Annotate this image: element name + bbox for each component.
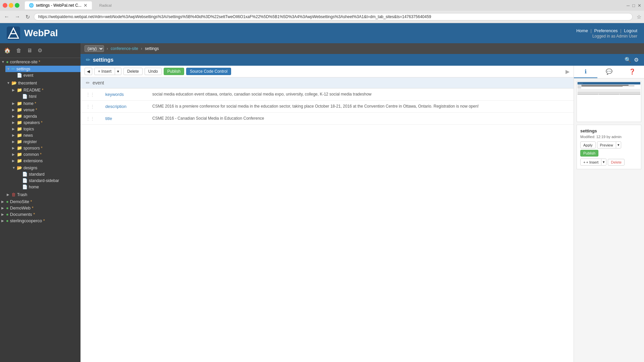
right-apply-btn[interactable]: Apply: [580, 141, 596, 148]
drag-handle-title: ⋮⋮: [80, 113, 100, 125]
webpal-logo-icon: [7, 26, 20, 40]
globe-icon-demoweb: ●: [6, 205, 9, 210]
insert-button[interactable]: + Insert: [95, 68, 115, 75]
tree-label-conference-site: conference-site: [10, 60, 40, 64]
right-preview-dropdown-btn[interactable]: ▾: [616, 142, 621, 148]
tree-label-readme: README: [23, 88, 43, 93]
insert-btn-group: + Insert ▾: [94, 68, 121, 75]
drag-icon-keywords[interactable]: ⋮⋮: [86, 92, 95, 97]
tree-row-designs[interactable]: ▼ 📂 designs: [11, 165, 80, 171]
nav-prev-btn[interactable]: ◀: [85, 68, 92, 75]
tree-row-sponsors[interactable]: ▶ 📁 sponsors: [11, 145, 80, 151]
right-insert-dropdown-btn[interactable]: ▾: [601, 159, 606, 165]
tree-row-extensions[interactable]: ▶ 📁 extensions: [11, 158, 80, 164]
sidebar-home-btn[interactable]: 🏠: [3, 46, 12, 55]
editor-content: ✏ event ⋮⋮ keywords social media educati…: [80, 77, 574, 362]
tree-row-html[interactable]: 📄 html: [16, 93, 80, 100]
tree-row-topics[interactable]: ▶ 📁 topics: [11, 126, 80, 132]
tab-help[interactable]: ❓: [621, 66, 644, 78]
browser-min-btn[interactable]: [9, 3, 13, 8]
drag-icon-title[interactable]: ⋮⋮: [86, 116, 95, 121]
browser-close-btn[interactable]: [3, 3, 7, 8]
back-button[interactable]: ←: [3, 13, 11, 20]
undo-button[interactable]: Undo: [145, 68, 162, 75]
folder-icon-designs: 📂: [17, 165, 22, 170]
tree-row-readme[interactable]: ▶ 📁 README: [11, 87, 80, 93]
tree-label-event: event: [23, 73, 33, 78]
tree-row-conference-site[interactable]: ▼ ● conference-site: [0, 59, 80, 65]
folder-icon-register: 📁: [17, 139, 22, 144]
tree-row-register[interactable]: ▶ 📁 register: [11, 138, 80, 145]
browser-max-btn[interactable]: [15, 3, 19, 8]
folder-icon-venue: 📁: [17, 107, 22, 112]
preferences-link[interactable]: Preferences: [594, 28, 618, 33]
refresh-button[interactable]: ↻: [24, 13, 31, 21]
right-btn-row: + + Insert ▾ Delete: [580, 159, 638, 166]
table-row: ⋮⋮ keywords social media education event…: [80, 88, 574, 101]
tree-row-demoweb[interactable]: ▶ ● DemoWeb: [0, 205, 80, 211]
tree-row-venue[interactable]: ▶ 📁 venue: [11, 107, 80, 113]
tree-label-html: html: [29, 94, 37, 99]
tree-row-standard[interactable]: 📄 standard: [16, 171, 80, 177]
right-delete-btn[interactable]: Delete: [608, 159, 625, 166]
logout-link[interactable]: Logout: [624, 28, 637, 33]
sidebar-monitor-btn[interactable]: 🖥: [25, 46, 34, 55]
win-close-icon[interactable]: ✕: [638, 3, 641, 8]
field-name-description[interactable]: description: [100, 101, 147, 113]
source-code-button[interactable]: Source Code Control: [186, 68, 231, 75]
meta-section: settings Modified: 12:19 by admin Apply …: [577, 125, 641, 169]
field-name-title[interactable]: title: [100, 113, 147, 125]
browser-tab-close-icon[interactable]: ✕: [84, 3, 88, 8]
forward-button[interactable]: →: [13, 13, 21, 20]
header-nav: Home | Preferences | Logout Logged in as…: [576, 28, 637, 39]
right-insert-btn[interactable]: + + Insert: [581, 159, 601, 165]
tree-label-demosite: DemoSite: [10, 199, 32, 204]
browser-tab[interactable]: 🌐 settings - WebPal.net C... ✕: [25, 1, 92, 9]
tab-comments[interactable]: 💬: [597, 66, 621, 78]
breadcrumb-dropdown[interactable]: (any): [85, 45, 104, 52]
right-preview-btn[interactable]: Preview: [597, 142, 616, 148]
nav-forward-btn[interactable]: ▶: [566, 68, 570, 75]
tree-row-event[interactable]: 📄 event: [11, 72, 80, 78]
tree-row-thecontent[interactable]: ▼ 📂 thecontent: [5, 80, 80, 86]
publish-button[interactable]: Publish: [164, 68, 184, 75]
tab-info[interactable]: ℹ: [574, 66, 597, 78]
drag-icon-description[interactable]: ⋮⋮: [86, 104, 95, 109]
sidebar-trash-btn[interactable]: 🗑: [15, 46, 23, 55]
folder-icon-common: 📁: [17, 152, 22, 157]
settings-cog-button[interactable]: ⚙: [634, 57, 639, 63]
tree-row-documents[interactable]: ▶ ● Documents: [0, 211, 80, 218]
tree-row-common[interactable]: ▶ 📁 common: [11, 151, 80, 158]
tree-row-news[interactable]: ▶ 📁 news: [11, 132, 80, 138]
tree-row-home[interactable]: ▶ 📁 home: [11, 100, 80, 107]
win-minimize-icon[interactable]: ─: [627, 3, 630, 8]
tree-label-designs: designs: [23, 166, 37, 170]
tree-arrow-extensions: ▶: [12, 159, 17, 163]
main-layout: 🏠 🗑 🖥 ⚙ ▼ ● conference-site ▼ ✏ settings: [0, 43, 644, 362]
app-name: WebPal: [24, 28, 58, 39]
browser-tab-favicon: 🌐: [29, 3, 34, 8]
tree-arrow-home: ▶: [12, 102, 17, 105]
tree-row-demosite[interactable]: ▶ ● DemoSite: [0, 198, 80, 205]
insert-dropdown-btn[interactable]: ▾: [115, 68, 121, 75]
tree-row-speakers[interactable]: ▶ 📁 speakers: [11, 119, 80, 126]
tree-row-sterlingcooperco[interactable]: ▶ ● sterlingcooperco: [0, 218, 80, 224]
tree-arrow-documents: ▶: [1, 213, 6, 216]
delete-button[interactable]: Delete: [123, 68, 143, 75]
bookmark-icon[interactable]: ☆: [637, 14, 641, 20]
url-bar[interactable]: [34, 13, 633, 20]
tree-row-standard-sidebar[interactable]: 📄 standard-sidebar: [16, 177, 80, 184]
tree-arrow-trash: ▶: [7, 193, 11, 196]
sidebar-settings-btn[interactable]: ⚙: [36, 46, 44, 55]
field-name-keywords[interactable]: keywords: [100, 88, 147, 101]
search-button[interactable]: 🔍: [625, 57, 631, 63]
home-link[interactable]: Home: [576, 28, 588, 33]
tree-row-trash[interactable]: ▶ 🗑 Trash: [5, 191, 80, 198]
tree-row-settings[interactable]: ▼ ✏ settings: [5, 66, 80, 72]
tree-row-agenda[interactable]: ▶ 📁 agenda: [11, 113, 80, 119]
tree-row-designs-home[interactable]: 📄 home: [16, 184, 80, 190]
tree-arrow-common: ▶: [12, 153, 17, 156]
breadcrumb-site[interactable]: conference-site: [111, 46, 138, 51]
win-restore-icon[interactable]: □: [632, 3, 635, 8]
right-publish-btn[interactable]: Publish: [580, 150, 598, 157]
